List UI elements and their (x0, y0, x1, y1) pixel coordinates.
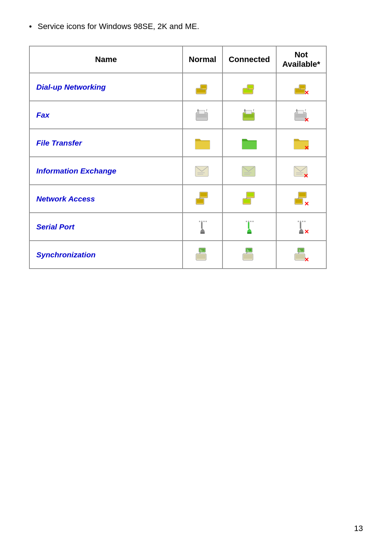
col-header-name: Name (29, 46, 183, 73)
svg-text:✕: ✕ (304, 145, 309, 151)
svg-line-89 (298, 252, 299, 254)
svg-rect-58 (200, 232, 205, 234)
svg-text:↻: ↻ (299, 249, 301, 252)
icon-serialport-connected (222, 213, 276, 241)
svg-rect-87 (295, 254, 304, 259)
svg-rect-18 (199, 110, 205, 114)
icon-synchronization-not-available: ↻ ✕ (276, 241, 326, 269)
service-name: Dial-up Networking (29, 73, 183, 101)
svg-rect-8 (248, 85, 253, 88)
svg-rect-3 (201, 85, 206, 88)
svg-rect-57 (201, 222, 203, 229)
icon-wrap: ✕ (291, 217, 311, 236)
icon-serialport-not-available: ✕ (276, 213, 326, 241)
icon-wrap (193, 189, 212, 208)
svg-text:✕: ✕ (304, 229, 309, 235)
service-name: Information Exchange (29, 157, 183, 185)
table-row: File Transfer ✕ (29, 129, 326, 157)
svg-rect-17 (197, 114, 207, 118)
icon-wrap: ✕ (291, 161, 311, 180)
table-row: Network Access ✕ (29, 185, 326, 213)
svg-point-55 (203, 221, 205, 222)
icon-wrap (193, 77, 212, 97)
icon-wrap (193, 217, 212, 236)
icon-wrap (240, 105, 259, 125)
service-name: Synchronization (29, 241, 183, 269)
icon-wrap (240, 77, 259, 97)
icon-wrap (240, 161, 259, 180)
svg-rect-13 (300, 85, 305, 88)
icon-wrap: ↻ (193, 245, 212, 264)
icon-wrap (193, 133, 212, 152)
icon-dialup-connected (222, 73, 276, 101)
table-row: Serial Port ✕ (29, 213, 326, 241)
icon-wrap: ✕ (291, 105, 311, 125)
service-name: File Transfer (29, 129, 183, 157)
svg-point-60 (248, 221, 249, 222)
svg-text:↻: ↻ (247, 249, 249, 252)
svg-text:✕: ✕ (303, 173, 308, 179)
icon-fax-not-available: ✕ (276, 101, 326, 129)
svg-point-61 (250, 221, 252, 222)
table-row: Fax ✕ (29, 101, 326, 129)
svg-rect-50 (295, 199, 302, 203)
icon-wrap (240, 133, 259, 152)
icon-synchronization-normal: ↻ (183, 241, 222, 269)
icon-infoexchange-normal (183, 157, 222, 185)
icon-infoexchange-connected (222, 157, 276, 185)
svg-line-83 (246, 252, 247, 254)
icon-wrap (240, 217, 259, 236)
service-name: Serial Port (29, 213, 183, 241)
icon-wrap: ✕ (291, 77, 311, 97)
bullet-text: Service icons for Windows 98SE, 2K and M… (38, 22, 199, 31)
icon-filetransfer-normal (183, 129, 222, 157)
svg-rect-75 (197, 254, 205, 259)
svg-point-66 (300, 221, 301, 222)
icon-networkaccess-connected (222, 185, 276, 213)
service-icons-table: Name Normal Connected Not Available* Dia… (29, 46, 327, 269)
col-header-normal: Normal (183, 46, 222, 73)
svg-text:✕: ✕ (304, 90, 309, 95)
icon-dialup-normal (183, 73, 222, 101)
svg-rect-24 (298, 110, 303, 114)
svg-rect-81 (244, 254, 252, 259)
svg-rect-63 (248, 222, 249, 229)
svg-line-77 (200, 252, 200, 254)
svg-text:↻: ↻ (200, 249, 203, 252)
table-row: Dial-up Networking ✕ (29, 73, 326, 101)
svg-point-53 (199, 221, 200, 222)
icon-filetransfer-connected (222, 129, 276, 157)
page-number: 13 (354, 524, 363, 533)
svg-rect-20 (244, 114, 254, 118)
icon-filetransfer-not-available: ✕ (276, 129, 326, 157)
icon-wrap: ↻ ✕ (291, 245, 311, 264)
svg-point-56 (205, 221, 207, 222)
svg-rect-40 (197, 199, 203, 203)
svg-rect-38 (200, 193, 207, 196)
svg-rect-45 (244, 199, 250, 203)
icon-fax-connected (222, 101, 276, 129)
icon-networkaccess-not-available: ✕ (276, 185, 326, 213)
icon-synchronization-connected: ↻ (222, 241, 276, 269)
intro-bullet: Service icons for Windows 98SE, 2K and M… (29, 22, 363, 31)
service-name: Network Access (29, 185, 183, 213)
svg-text:✕: ✕ (304, 201, 309, 207)
icon-infoexchange-not-available: ✕ (276, 157, 326, 185)
svg-text:✕: ✕ (304, 257, 309, 263)
icon-wrap: ✕ (291, 189, 311, 208)
svg-point-68 (304, 221, 306, 222)
svg-rect-48 (299, 193, 306, 196)
icon-wrap (193, 105, 212, 125)
icon-dialup-not-available: ✕ (276, 73, 326, 101)
service-name: Fax (29, 101, 183, 129)
svg-rect-43 (247, 193, 254, 196)
svg-rect-64 (247, 232, 252, 234)
icon-fax-normal (183, 101, 222, 129)
svg-point-54 (201, 221, 203, 222)
icon-wrap (240, 189, 259, 208)
svg-point-67 (302, 221, 303, 222)
table-row: Information Exchange ✕ (29, 157, 326, 185)
svg-rect-69 (300, 222, 301, 229)
col-header-not-available: Not Available* (276, 46, 326, 73)
svg-rect-21 (246, 110, 252, 114)
